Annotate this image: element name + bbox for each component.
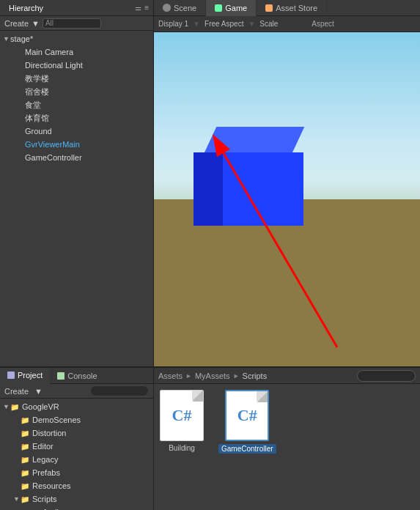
tree-item-ground[interactable]: Ground — [0, 125, 153, 138]
main-area: Scene Game Asset Store Display 1 ▼ Free … — [154, 0, 420, 366]
breadcrumb-assets[interactable]: Assets — [158, 372, 183, 380]
tree-item-directional-light[interactable]: Directional Light — [0, 59, 153, 72]
tyg-label: 体育馆 — [25, 113, 49, 124]
editor-label: Editor — [32, 442, 54, 451]
assets-panel: Assets ► MyAssets ► Scripts C# Building … — [154, 368, 420, 510]
project-create-label[interactable]: Create — [4, 387, 29, 396]
legacy-label: Legacy — [32, 455, 58, 464]
directional-light-label: Directional Light — [25, 61, 83, 70]
jxl-label: 教学楼 — [25, 73, 49, 84]
game-view — [154, 32, 420, 366]
console-tab-label: Console — [67, 372, 97, 380]
hierarchy-tab-bar: Hierarchy ⚌ ≡ — [0, 0, 153, 16]
scene-tab-label: Scene — [174, 4, 196, 12]
project-panel: Project Console Create ▼ ▼ 📁 GoogleVR 📁 — [0, 368, 154, 510]
tree-item-ti-yu-guan[interactable]: 体育馆 — [0, 111, 153, 125]
tab-game[interactable]: Game — [206, 0, 257, 16]
tree-item-audio[interactable]: 📁 Audio — [0, 506, 153, 510]
tree-item-main-camera[interactable]: Main Camera — [0, 45, 153, 59]
cube-side-face — [194, 152, 223, 226]
tree-item-prefabs[interactable]: 📁 Prefabs — [0, 466, 153, 479]
hierarchy-toolbar: Create ▼ — [0, 16, 153, 31]
prefabs-label: Prefabs — [32, 468, 60, 477]
bottom-tab-bar: Project Console — [0, 368, 153, 384]
menu-icon[interactable]: ≡ — [144, 4, 149, 12]
assets-breadcrumb: Assets ► MyAssets ► Scripts — [154, 368, 420, 384]
breadcrumb-arrow-2: ► — [233, 372, 240, 380]
google-vr-label: GoogleVR — [22, 402, 59, 411]
tab-console[interactable]: Console — [50, 368, 104, 384]
console-icon — [57, 372, 65, 380]
tab-asset-store[interactable]: Asset Store — [257, 0, 327, 16]
cube-front-face — [215, 152, 303, 226]
ssl-label: 宿舍楼 — [25, 86, 49, 97]
gvr-root-arrow: ▼ — [3, 403, 10, 410]
tree-item-scripts[interactable]: ▼ 📁 Scripts — [0, 492, 153, 506]
building-cs-icon: C# — [160, 390, 204, 441]
scale-label: Scale — [259, 20, 278, 28]
scripts-arrow: ▼ — [13, 495, 21, 503]
aspect-dropdown-label: Aspect — [312, 20, 334, 28]
hierarchy-search[interactable] — [43, 18, 101, 29]
hierarchy-tab[interactable]: Hierarchy — [4, 2, 48, 14]
breadcrumb-arrow-1: ► — [185, 372, 192, 380]
display-label: Display 1 — [158, 20, 188, 28]
tree-item-resources[interactable]: 📁 Resources — [0, 479, 153, 492]
tree-item-stage[interactable]: ▼ stage* — [0, 32, 153, 45]
tree-item-can-tang[interactable]: 食堂 — [0, 98, 153, 111]
hierarchy-tree: ▼ stage* Main Camera Directional Light 教… — [0, 31, 153, 366]
bottom-section: Project Console Create ▼ ▼ 📁 GoogleVR 📁 — [0, 366, 420, 510]
tree-item-jiao-xue-lou[interactable]: 教学楼 — [0, 72, 153, 85]
project-icon — [7, 372, 15, 379]
building-label: Building — [169, 444, 195, 452]
hierarchy-tab-icons: ⚌ ≡ — [135, 4, 149, 12]
tree-item-editor[interactable]: 📁 Editor — [0, 440, 153, 453]
asset-item-game-controller[interactable]: C# GameController — [218, 390, 276, 454]
ground-label: Ground — [25, 127, 52, 136]
create-dropdown-icon[interactable]: ▼ — [32, 19, 40, 28]
stage-arrow: ▼ — [3, 35, 10, 42]
tree-item-google-vr[interactable]: ▼ 📁 GoogleVR — [0, 400, 153, 413]
demo-scenes-label: DemoScenes — [32, 415, 81, 424]
stage-label: stage* — [10, 34, 33, 43]
game-tab-label: Game — [225, 4, 247, 12]
tree-item-demo-scenes[interactable]: 📁 DemoScenes — [0, 413, 153, 426]
store-icon — [265, 4, 273, 12]
tree-item-legacy[interactable]: 📁 Legacy — [0, 453, 153, 466]
breadcrumb-myassets[interactable]: MyAssets — [195, 372, 230, 380]
lock-icon: ⚌ — [135, 4, 141, 12]
main-camera-label: Main Camera — [25, 48, 73, 56]
main-tab-bar: Scene Game Asset Store — [154, 0, 420, 16]
tree-item-game-controller[interactable]: GameController — [0, 151, 153, 164]
distortion-label: Distortion — [32, 429, 66, 437]
create-label[interactable]: Create — [4, 19, 29, 28]
asset-item-building[interactable]: C# Building — [160, 390, 204, 452]
aspect-label: Free Aspect — [205, 20, 243, 28]
assets-grid: C# Building C# GameController — [154, 384, 420, 510]
tree-item-distortion[interactable]: 📁 Distortion — [0, 426, 153, 440]
game-icon — [215, 4, 222, 12]
scripts-label: Scripts — [32, 495, 57, 503]
project-tab-label: Project — [18, 371, 43, 380]
asset-store-tab-label: Asset Store — [276, 4, 317, 12]
project-tree: ▼ 📁 GoogleVR 📁 DemoScenes 📁 Distortion 📁… — [0, 399, 153, 510]
cube-top-face — [205, 127, 304, 152]
game-controller-asset-label: GameController — [218, 444, 276, 454]
ct-label: 食堂 — [25, 100, 41, 111]
tree-item-su-she-lou[interactable]: 宿舍楼 — [0, 85, 153, 98]
tab-project[interactable]: Project — [0, 368, 50, 384]
assets-search[interactable] — [357, 370, 416, 382]
game-toolbar: Display 1 ▼ Free Aspect ▼ Scale Aspect — [154, 16, 420, 32]
project-search[interactable] — [90, 385, 149, 396]
resources-label: Resources — [32, 481, 71, 490]
project-create-arrow[interactable]: ▼ — [34, 387, 43, 396]
project-toolbar: Create ▼ — [0, 384, 153, 399]
game-controller-cs-icon: C# — [225, 390, 269, 441]
scene-icon — [163, 4, 171, 12]
gc-label: GameController — [25, 153, 82, 162]
3d-cube — [194, 130, 307, 226]
breadcrumb-scripts[interactable]: Scripts — [243, 372, 268, 380]
hierarchy-panel: Hierarchy ⚌ ≡ Create ▼ ▼ stage* Main Cam… — [0, 0, 154, 366]
tab-scene[interactable]: Scene — [154, 0, 206, 16]
tree-item-gvr-viewer-main[interactable]: GvrViewerMain — [0, 138, 153, 151]
